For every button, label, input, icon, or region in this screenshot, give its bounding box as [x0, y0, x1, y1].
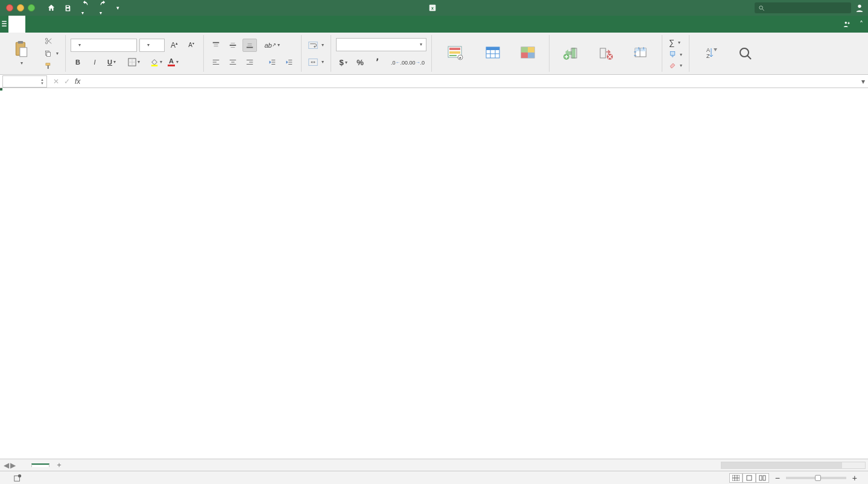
tab-page-layout[interactable] — [59, 16, 76, 33]
bold-button[interactable]: B — [71, 56, 85, 69]
sheet-prev-icon[interactable]: ◀ — [4, 461, 9, 470]
fx-icon[interactable]: fx — [75, 77, 80, 86]
name-box[interactable]: ▲▼ — [2, 75, 47, 88]
view-normal-button[interactable] — [729, 473, 743, 483]
decrease-indent-button[interactable] — [265, 56, 279, 69]
name-box-stepper[interactable]: ▲▼ — [40, 78, 44, 85]
tab-home[interactable] — [8, 16, 25, 33]
sort-filter-button[interactable]: AZ — [694, 46, 727, 62]
bucket-icon — [150, 58, 159, 66]
tab-view[interactable] — [127, 16, 144, 33]
spreadsheet-grid[interactable] — [0, 88, 868, 459]
underline-button[interactable]: U▾ — [104, 56, 119, 69]
font-name-combo[interactable]: ▾ — [71, 39, 137, 52]
close-window-button[interactable] — [6, 4, 13, 11]
home-icon[interactable] — [47, 4, 55, 12]
align-top-button[interactable] — [209, 39, 223, 52]
borders-button[interactable]: ▾ — [127, 56, 141, 69]
format-painter-button[interactable] — [42, 61, 60, 72]
decrease-font-button[interactable]: A▾ — [184, 39, 198, 52]
font-color-button[interactable]: A▾ — [166, 56, 180, 69]
tab-insert[interactable] — [25, 16, 42, 33]
tab-developer[interactable] — [144, 16, 160, 33]
orientation-button[interactable]: ab↗▾ — [265, 39, 279, 52]
conditional-formatting-icon: ≠ — [447, 45, 464, 61]
currency-button[interactable]: $▾ — [336, 56, 350, 69]
delete-cells-button[interactable] — [589, 46, 622, 62]
copy-icon — [44, 49, 52, 58]
format-cells-button[interactable] — [624, 46, 657, 62]
save-icon[interactable] — [64, 4, 72, 12]
find-select-button[interactable] — [729, 46, 762, 62]
align-center-button[interactable] — [226, 56, 240, 69]
sheet-tab-bar: ◀ ▶ ＋ — [0, 459, 868, 471]
align-middle-button[interactable] — [226, 39, 240, 52]
comma-button[interactable]: ʼ — [370, 56, 384, 69]
redo-icon[interactable]: ▾ — [98, 0, 108, 16]
increase-font-button[interactable]: A▴ — [167, 39, 182, 52]
merge-center-button[interactable]: ▾ — [306, 57, 326, 68]
formula-input[interactable] — [84, 75, 858, 88]
enter-formula-icon[interactable]: ✓ — [64, 77, 70, 86]
number-format-combo[interactable]: ▾ — [336, 38, 426, 51]
autosum-button[interactable]: ∑ ▾ — [667, 37, 684, 48]
scissors-icon — [44, 37, 52, 45]
view-page-break-button[interactable] — [756, 473, 769, 483]
percent-button[interactable]: % — [353, 56, 367, 69]
add-sheet-button[interactable]: ＋ — [53, 460, 65, 471]
search-sheet-input[interactable] — [767, 4, 834, 12]
expand-formula-bar-icon[interactable]: ▾ — [858, 77, 868, 86]
tab-data[interactable] — [93, 16, 110, 33]
paste-button[interactable]: ▾ — [5, 40, 37, 66]
insert-cells-button[interactable] — [554, 46, 587, 62]
sheet-next-icon[interactable]: ▶ — [10, 461, 16, 470]
align-right-button[interactable] — [242, 56, 257, 69]
minimize-window-button[interactable] — [17, 4, 24, 11]
italic-button[interactable]: I — [87, 56, 102, 69]
qat-more-icon[interactable]: ▾ — [116, 5, 119, 11]
sheet-tab[interactable] — [31, 463, 49, 467]
zoom-slider[interactable] — [786, 477, 846, 479]
share-button[interactable] — [843, 20, 854, 28]
font-size-combo[interactable]: ▾ — [139, 39, 165, 52]
zoom-out-button[interactable]: − — [775, 473, 780, 483]
macro-record-icon[interactable] — [13, 474, 22, 482]
cut-button[interactable] — [42, 36, 60, 46]
tab-draw[interactable] — [42, 16, 59, 33]
clear-button[interactable]: ▾ — [667, 60, 684, 70]
fill-button[interactable]: ▾ — [667, 49, 684, 59]
user-icon[interactable] — [855, 3, 864, 13]
format-as-table-button[interactable] — [477, 45, 509, 62]
conditional-formatting-button[interactable]: ≠ — [437, 45, 474, 62]
undo-icon[interactable]: ▾ — [80, 0, 90, 16]
search-sheet-box[interactable] — [755, 2, 851, 13]
name-box-input[interactable] — [5, 77, 34, 86]
group-font: ▾ ▾ A▴ A▾ B I U▾ ▾ ▾ A▾ — [71, 35, 204, 72]
increase-indent-button[interactable] — [282, 56, 296, 69]
align-left-button[interactable] — [209, 56, 223, 69]
horizontal-scrollbar[interactable] — [721, 462, 868, 469]
insert-cells-icon — [563, 46, 578, 60]
cancel-formula-icon[interactable]: ✕ — [53, 77, 59, 86]
copy-button[interactable]: ▾ — [42, 48, 60, 59]
zoom-in-button[interactable]: + — [852, 473, 857, 483]
svg-line-75 — [747, 56, 751, 59]
decrease-decimal-button[interactable]: .00→.0 — [409, 56, 423, 69]
group-editing-big: AZ — [694, 35, 767, 72]
view-page-layout-button[interactable] — [743, 473, 756, 483]
title-search-area — [755, 2, 864, 13]
collapse-ribbon-icon[interactable]: ˄ — [860, 20, 863, 28]
svg-rect-17 — [48, 65, 49, 69]
tab-review[interactable] — [110, 16, 127, 33]
wrap-text-button[interactable]: ▾ — [306, 40, 326, 51]
align-bottom-button[interactable] — [242, 39, 257, 52]
tab-formulas[interactable] — [76, 16, 93, 33]
fill-color-button[interactable]: ▾ — [149, 56, 163, 69]
excel-file-icon: x — [428, 4, 437, 12]
svg-rect-62 — [521, 53, 528, 58]
cell-styles-button[interactable] — [512, 45, 544, 62]
file-menu-icon[interactable] — [0, 16, 8, 33]
increase-decimal-button[interactable]: .0←.00 — [392, 56, 407, 69]
svg-rect-10 — [18, 41, 24, 43]
fullscreen-window-button[interactable] — [28, 4, 35, 11]
